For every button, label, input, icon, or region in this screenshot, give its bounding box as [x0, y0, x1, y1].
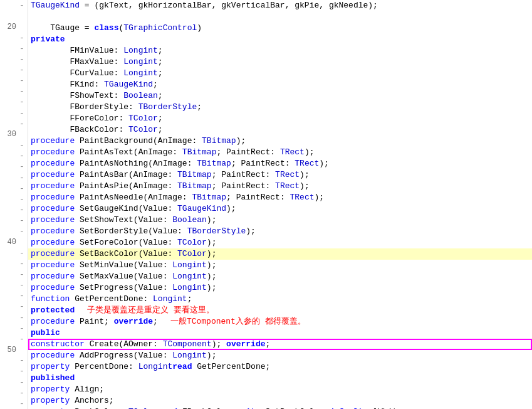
gutter-row: -	[0, 355, 28, 366]
fold-dash: -	[19, 194, 25, 204]
code-line: procedure SetForeColor(Value: TColor);	[28, 237, 532, 248]
code-line: procedure SetMaxValue(Value: Longint);	[28, 271, 532, 282]
gutter-row: -	[0, 0, 28, 11]
code-line: property PercentDone: Longint read GetPe…	[28, 361, 532, 373]
code-line: procedure PaintAsBar(AnImage: TBitmap; P…	[28, 169, 532, 181]
fold-dash: -	[19, 1, 25, 10]
gutter-row: -	[0, 119, 28, 129]
fold-dash: -	[19, 216, 25, 225]
fold-dash: -	[19, 356, 25, 365]
code-line: FShowText: Boolean;	[28, 90, 532, 102]
gutter-row: -	[0, 97, 28, 107]
fold-dash: -	[19, 280, 25, 290]
gutter-row: -	[0, 215, 28, 226]
code-line: FCurValue: Longint;	[28, 68, 532, 79]
gutter-row: -	[0, 161, 28, 172]
fold-dash: -	[19, 184, 25, 193]
gutter-row	[0, 11, 28, 21]
fold-dash: -	[19, 302, 25, 311]
code-line: FKind: TGaugeKind;	[28, 79, 532, 90]
gutter-row: -	[0, 140, 28, 151]
fold-dash: -	[19, 87, 25, 96]
gutter-row: -	[0, 194, 28, 204]
gutter-row: -	[0, 323, 28, 334]
fold-dash: -	[19, 378, 25, 387]
fold-dash: -	[19, 65, 25, 75]
code-line: FBorderStyle: TBorderStyle;	[28, 102, 532, 113]
gutter-row: -	[0, 398, 28, 409]
line-num: 30	[3, 130, 16, 139]
gutter-row: -	[0, 248, 28, 258]
code-line: published	[28, 373, 532, 384]
code-editor: -20---------30---------40---------50----…	[0, 0, 532, 409]
fold-dash: -	[19, 399, 25, 408]
fold-dash: -	[19, 324, 25, 333]
fold-dash: -	[19, 44, 25, 53]
code-line: procedure SetProgress(Value: Longint);	[28, 282, 532, 294]
gutter-row: -	[0, 108, 28, 119]
code-line: constructor Create(AOwner: TComponent); …	[28, 339, 532, 350]
code-line: procedure SetBorderStyle(Value: TBorderS…	[28, 226, 532, 237]
fold-dash: -	[19, 334, 25, 344]
gutter-row: 40	[0, 236, 28, 247]
fold-dash: -	[19, 259, 25, 268]
fold-dash: -	[19, 119, 25, 129]
gutter-row: -	[0, 173, 28, 183]
gutter-row: -	[0, 226, 28, 236]
code-line: FBackColor: TColor;	[28, 124, 532, 135]
code-line: property BackColor: TColor read FBackCol…	[28, 406, 532, 409]
fold-dash: -	[19, 109, 25, 118]
gutter-row: -	[0, 86, 28, 97]
code-line: procedure SetGaugeKind(Value: TGaugeKind…	[28, 203, 532, 215]
gutter-row: -	[0, 366, 28, 376]
code-line: procedure SetShowText(Value: Boolean);	[28, 215, 532, 226]
gutter-row: -	[0, 151, 28, 161]
fold-dash: -	[19, 270, 25, 279]
code-line: public	[28, 327, 532, 339]
fold-dash: -	[19, 151, 25, 161]
fold-dash: -	[19, 76, 25, 85]
code-line: procedure PaintAsNothing(AnImage: TBitma…	[28, 158, 532, 169]
gutter-row: -	[0, 334, 28, 344]
gutter-row: 30	[0, 129, 28, 140]
fold-dash: -	[19, 226, 25, 236]
fold-dash: -	[19, 248, 25, 258]
gutter-row: -	[0, 258, 28, 269]
fold-dash: -	[19, 366, 25, 376]
code-line: procedure PaintAsPie(AnImage: TBitmap; P…	[28, 181, 532, 192]
code-line: procedure PaintBackground(AnImage: TBitm…	[28, 135, 532, 147]
fold-dash: -	[19, 141, 25, 150]
fold-dash: -	[19, 162, 25, 171]
fold-dash: -	[19, 173, 25, 183]
line-num: 40	[3, 238, 16, 247]
code-line: procedure Paint; override;一般TComponent入参…	[28, 316, 532, 327]
code-line: function GetPercentDone: Longint;	[28, 294, 532, 305]
gutter-row: -	[0, 301, 28, 312]
fold-dash: -	[19, 205, 25, 215]
code-line	[28, 11, 532, 23]
fold-dash: -	[19, 388, 25, 398]
code-line: private	[28, 34, 532, 45]
gutter-row: -	[0, 54, 28, 65]
code-line: procedure PaintAsNeedle(AnImage: TBitmap…	[28, 192, 532, 203]
code-line: procedure PaintAsText(AnImage: TBitmap; …	[28, 147, 532, 158]
gutter-row: 50	[0, 344, 28, 355]
annotation-text-2: 一般TComponent入参的 都得覆盖。	[170, 316, 306, 327]
code-line: property Align;	[28, 384, 532, 395]
code-line: TGauge = class(TGraphicControl)	[28, 23, 532, 34]
gutter-row: -	[0, 75, 28, 86]
gutter-row: -	[0, 204, 28, 215]
gutter-row: -	[0, 376, 28, 387]
fold-dash: -	[19, 313, 25, 322]
fold-dash: -	[19, 55, 25, 64]
gutter-row: -	[0, 32, 28, 43]
line-num: 20	[3, 23, 16, 31]
code-line: property Anchors;	[28, 395, 532, 406]
code-line: procedure AddProgress(Value: Longint);	[28, 350, 532, 361]
gutter-row: -	[0, 290, 28, 301]
fold-dash: -	[19, 291, 25, 300]
code-line: FMinValue: Longint;	[28, 45, 532, 56]
code-line: protected子类是覆盖还是重定义 要看这里。	[28, 305, 532, 316]
code-content-area[interactable]: TGaugeKind = (gkText, gkHorizontalBar, g…	[28, 0, 532, 409]
code-line: FMaxValue: Longint;	[28, 56, 532, 68]
